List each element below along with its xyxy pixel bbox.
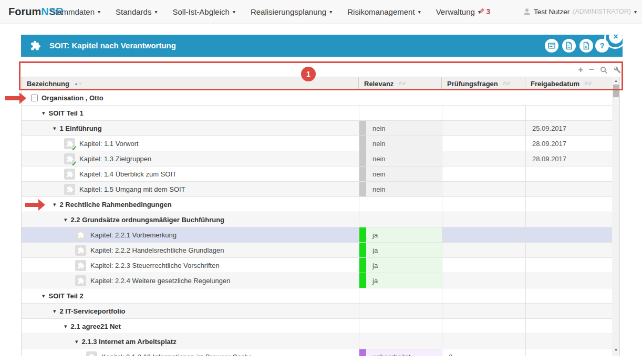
excel-export-icon: x: [582, 41, 591, 50]
table-row[interactable]: ▾2.1.3 Internet am Arbeitsplatz: [22, 334, 612, 349]
excel-export-button[interactable]: x: [579, 39, 593, 53]
table-row[interactable]: ▾1 Einführungnein25.09.2017: [22, 121, 612, 136]
pruefungsfragen-cell: [442, 227, 525, 242]
chapter-puzzle-icon: [64, 184, 75, 195]
sort-icons[interactable]: ▲▼: [74, 81, 82, 86]
main-menu: Stammdaten▾ Standards▾ Soll-Ist-Abgleich…: [50, 0, 481, 23]
relevanz-bar: [359, 273, 366, 288]
freigabedatum-cell: 28.09.2017: [525, 136, 612, 151]
table-row[interactable]: Kapitel: 2.2.4 Weitere gesetzliche Regel…: [22, 273, 612, 288]
scrollbar-thumb[interactable]: [613, 85, 619, 97]
table-row[interactable]: ▾2 Rechtliche Rahmenbedingungen: [22, 197, 612, 212]
toolbar-plus-button[interactable]: +: [578, 66, 583, 74]
nav-item-soll-ist-abgleich[interactable]: Soll-Ist-Abgleich▾: [173, 7, 235, 16]
scroll-down-button[interactable]: ▼: [612, 347, 620, 353]
nav-item-stammdaten[interactable]: Stammdaten▾: [50, 7, 100, 16]
table-row[interactable]: ▾2.1 agree21 Net: [22, 319, 612, 334]
row-label: Kapitel: 1.4 Überblick zum SOIT: [79, 170, 177, 178]
relevanz-value: nein: [372, 124, 386, 132]
relevanz-cell: [359, 197, 442, 212]
scroll-up-button[interactable]: ▲: [612, 77, 620, 84]
pruefungsfragen-cell: [442, 288, 525, 303]
column-header-freigabedatum[interactable]: Freigabedatum ˄˅: [525, 77, 613, 90]
table-row[interactable]: ▾SOIT Teil 2: [22, 288, 612, 304]
bezeichnung-cell: ▾1 Einführung: [22, 121, 359, 136]
relevanz-bar: [359, 121, 366, 136]
expand-caret-icon[interactable]: ▾: [53, 125, 56, 132]
table-row[interactable]: Kapitel: 2.2.1 Vorbemerkungja: [22, 227, 612, 243]
nav-item-verwaltung[interactable]: Verwaltung▾: [436, 7, 481, 16]
relevanz-value: nein: [372, 170, 386, 178]
toolbar-settings-button[interactable]: [614, 66, 621, 74]
collapse-icon[interactable]: −: [31, 95, 38, 101]
details-button[interactable]: [545, 39, 558, 53]
pruefungsfragen-cell: [442, 304, 525, 318]
relevanz-value: nein: [372, 140, 386, 148]
table-row[interactable]: Kapitel: 2.2.3 Steuerrechtliche Vorschri…: [22, 258, 612, 273]
table-row[interactable]: Kapitel: 1.5 Umgang mit dem SOITnein: [22, 182, 612, 197]
chevron-down-icon: ▾: [418, 9, 421, 15]
expand-caret-icon[interactable]: ▾: [64, 323, 67, 330]
table-row[interactable]: ✓Kapitel: 1.1 Vorwortnein28.09.2017: [22, 136, 612, 151]
freigabedatum-cell: [525, 273, 612, 288]
expand-caret-icon[interactable]: ▾: [53, 308, 56, 315]
nav-item-standards[interactable]: Standards▾: [116, 7, 157, 16]
relevanz-cell: ja: [359, 258, 442, 273]
chapter-puzzle-icon: [75, 245, 86, 256]
edits-indicator[interactable]: ✎ 3: [478, 0, 490, 23]
help-icon: ?: [600, 41, 605, 50]
group-row[interactable]: −Organisation , Otto: [22, 90, 612, 106]
vertical-scrollbar[interactable]: ▲ ▼: [612, 77, 620, 356]
relevanz-bar: [359, 227, 366, 242]
table-row[interactable]: ▾2 IT-Serviceportfolio: [22, 304, 612, 319]
sort-icons[interactable]: ˄˅: [584, 81, 592, 86]
bezeichnung-cell: ✓Kapitel: 1.3 Zielgruppen: [22, 151, 359, 166]
nav-item-risikomanagement[interactable]: Risikomanagement▾: [347, 7, 420, 16]
column-header-pruefungsfragen[interactable]: Prüfungsfragen ˄˅: [442, 77, 525, 90]
table-row[interactable]: Kapitel: 1.4 Überblick zum SOITnein: [22, 167, 612, 182]
relevanz-cell: ja: [359, 227, 442, 242]
row-label: Kapitel: 2.2.3 Steuerrechtliche Vorschri…: [90, 262, 220, 269]
pruefungsfragen-cell: [442, 182, 525, 196]
freigabedatum-cell: [525, 167, 612, 181]
user-menu[interactable]: Test Nutzer (ADMINISTRATOR) ▾: [523, 0, 637, 23]
table-row[interactable]: Kapitel: 2.1.3.10 Informationen im Brows…: [22, 349, 612, 356]
toolbar-search-button[interactable]: [600, 66, 608, 74]
expand-caret-icon[interactable]: ▾: [75, 338, 78, 345]
bezeichnung-cell: Kapitel: 2.2.1 Vorbemerkung: [22, 227, 359, 242]
expand-caret-icon[interactable]: ▾: [64, 216, 67, 223]
nav-item-realisierungsplanung[interactable]: Realisierungsplanung▾: [251, 7, 332, 16]
row-label: Kapitel: 1.3 Zielgruppen: [79, 155, 151, 163]
relevanz-cell: [359, 304, 442, 318]
table-row[interactable]: ▾SOIT Teil 1: [22, 106, 612, 121]
table-row[interactable]: ✓Kapitel: 1.3 Zielgruppennein28.09.2017: [22, 151, 612, 167]
row-label: Organisation , Otto: [42, 94, 103, 102]
expand-caret-icon[interactable]: ▾: [42, 293, 45, 299]
relevanz-bar: [359, 167, 366, 181]
sort-asc-icon: ˄: [398, 81, 402, 86]
chapter-puzzle-icon: [64, 169, 75, 180]
sort-icons[interactable]: ˄˅: [503, 81, 510, 86]
puzzle-icon: [29, 40, 41, 51]
close-button[interactable]: ×: [609, 30, 623, 44]
table-row[interactable]: ▾2.2 Grundsätze ordnungsmäßiger Buchführ…: [22, 212, 612, 227]
row-label: 2 IT-Serviceportfolio: [60, 307, 126, 315]
column-header-relevanz[interactable]: Relevanz ˄˅: [359, 77, 442, 90]
wrench-icon: [614, 66, 621, 74]
bezeichnung-cell: ▾2.1.3 Internet am Arbeitsplatz: [22, 334, 359, 349]
expand-caret-icon[interactable]: ▾: [53, 201, 56, 208]
freigabedatum-cell: [525, 334, 612, 349]
expand-caret-icon[interactable]: ▾: [42, 110, 45, 117]
relevanz-cell: ja: [359, 273, 442, 288]
table-row[interactable]: Kapitel: 2.2.2 Handelsrechtliche Grundla…: [22, 243, 612, 258]
grid-toolbar: + −: [21, 63, 621, 77]
nav-item-label: Stammdaten: [50, 7, 95, 16]
pdf-export-button[interactable]: [562, 39, 576, 53]
freigabedatum-cell: [525, 106, 612, 120]
svg-text:x: x: [585, 44, 587, 49]
relevanz-cell: nein: [359, 151, 442, 166]
freigabedatum-cell: 28.09.2017: [525, 151, 612, 166]
sort-icons[interactable]: ˄˅: [398, 81, 406, 86]
toolbar-minus-button[interactable]: −: [589, 66, 594, 74]
pruefungsfragen-cell: [442, 151, 525, 166]
